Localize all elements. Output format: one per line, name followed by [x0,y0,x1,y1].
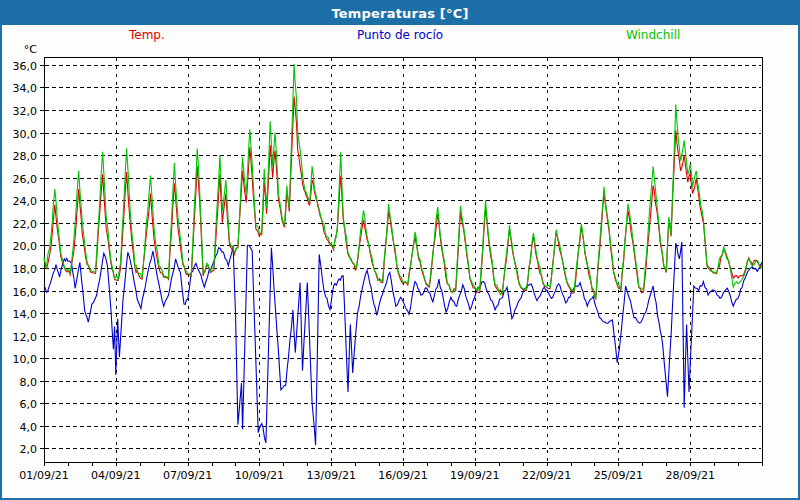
svg-text:13/09/21: 13/09/21 [306,469,355,482]
temperature-chart: 36,034,032,030,028,026,024,022,020,018,0… [2,2,800,500]
svg-text:26,0: 26,0 [13,173,38,186]
chart-canvas: 36,034,032,030,028,026,024,022,020,018,0… [2,2,800,500]
svg-text:04/09/21: 04/09/21 [91,469,140,482]
svg-text:18,0: 18,0 [13,263,38,276]
temperature-chart-window: Temperaturas [°C] 36,034,032,030,028,026… [0,0,800,500]
svg-text:14,0: 14,0 [13,308,38,321]
svg-text:25/09/21: 25/09/21 [594,469,643,482]
svg-text:07/09/21: 07/09/21 [163,469,212,482]
chart-legend: Temp. Punto de rocío Windchill [2,26,798,46]
svg-text:20,0: 20,0 [13,240,38,253]
svg-text:01/09/21: 01/09/21 [19,469,68,482]
svg-text:22/09/21: 22/09/21 [522,469,571,482]
svg-text:10,0: 10,0 [13,353,38,366]
svg-text:34,0: 34,0 [13,82,38,95]
svg-text:28,0: 28,0 [13,150,38,163]
svg-text:32,0: 32,0 [13,105,38,118]
svg-text:19/09/21: 19/09/21 [450,469,499,482]
svg-text:28/09/21: 28/09/21 [665,469,714,482]
svg-text:8,0: 8,0 [20,376,38,389]
svg-text:4,0: 4,0 [20,421,38,434]
legend-item-dew-point: Punto de rocío [357,28,443,42]
svg-text:12,0: 12,0 [13,331,38,344]
svg-text:10/09/21: 10/09/21 [235,469,284,482]
legend-item-windchill: Windchill [626,28,680,42]
svg-text:2,0: 2,0 [20,443,38,456]
svg-text:24,0: 24,0 [13,195,38,208]
svg-text:36,0: 36,0 [13,60,38,73]
svg-text:22,0: 22,0 [13,218,38,231]
svg-text:16/09/21: 16/09/21 [378,469,427,482]
svg-text:30,0: 30,0 [13,128,38,141]
svg-text:16,0: 16,0 [13,286,38,299]
legend-item-temp: Temp. [129,28,165,42]
svg-text:6,0: 6,0 [20,398,38,411]
